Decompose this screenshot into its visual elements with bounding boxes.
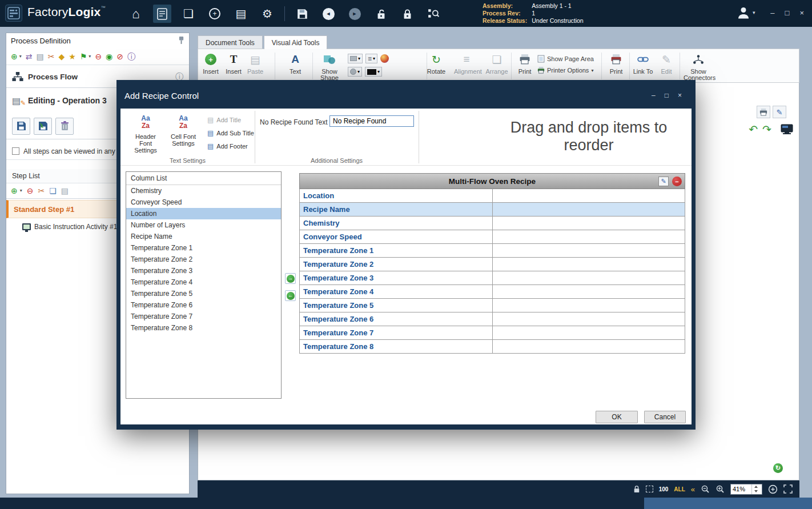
insert-control-button[interactable]: + Insert [198,52,223,75]
view-any-checkbox[interactable] [12,147,19,155]
column-list-item[interactable]: Temperature Zone 4 [126,276,281,288]
key-icon[interactable]: ◆ [58,53,65,61]
pan-arrows-button[interactable]: « [691,486,695,493]
column-list-item[interactable]: Temperature Zone 1 [126,242,281,254]
zoom-in-icon[interactable] [715,484,725,494]
ellipse-shape-picker[interactable]: ▾ [348,67,362,77]
zoom-100-button[interactable]: 100 [659,486,669,492]
color-wheel-icon[interactable] [380,54,389,63]
edit-button[interactable]: ✎ Edit [654,52,679,75]
recipe-row[interactable]: Temperature Zone 7 [300,326,685,340]
pin-icon[interactable] [178,36,184,46]
add-button[interactable]: ⊕ [11,53,18,61]
recipe-row[interactable]: Chemistry [300,217,685,230]
dialog-maximize-button[interactable]: □ [665,91,669,99]
paste-step-button[interactable]: ▤ [61,187,69,195]
recipe-row[interactable]: Temperature Zone 2 [300,258,685,271]
lock-button[interactable] [398,5,416,23]
window-close-button[interactable]: × [799,9,804,17]
save-step-button[interactable] [12,118,30,135]
move-column-left-button[interactable]: ← [285,290,296,301]
flag-caret[interactable]: ▾ [89,54,91,59]
window-minimize-button[interactable]: – [770,9,774,17]
monitor-icon[interactable] [781,124,793,137]
column-list-item-selected[interactable]: Location [126,208,281,219]
arrange-button[interactable]: ❏ Arrange [484,52,509,75]
dialog-minimize-button[interactable]: – [652,91,656,99]
record-icon[interactable]: ◉ [106,53,112,61]
print-document-button[interactable]: Print [604,52,629,75]
header-font-settings-button[interactable]: AaZa Header Font Settings [128,114,163,154]
add-step-caret[interactable]: ▾ [20,189,22,193]
add-footer-button[interactable]: ▤Add Footer [207,141,259,151]
remove-table-button[interactable]: − [672,177,682,186]
home-button[interactable]: ⌂ [127,5,145,23]
cut-step-button[interactable]: ✂ [38,187,45,195]
link-to-button[interactable]: Link To [630,52,656,75]
canvas-print-button[interactable] [757,106,770,118]
zoom-up-button[interactable] [752,484,759,490]
column-list-item[interactable]: Temperature Zone 3 [126,265,281,276]
window-maximize-button[interactable]: □ [785,9,790,17]
sync-view-button[interactable]: ↻ [773,463,783,473]
add-sub-title-button[interactable]: ▤Add Sub Title [207,127,259,138]
dialog-titlebar[interactable]: Add Recipe Control – □ × [116,80,696,109]
info-icon[interactable]: ⓘ [127,53,135,61]
navigate-button[interactable]: + [206,5,224,23]
recipe-row[interactable]: Temperature Zone 6 [300,312,685,326]
recipe-row[interactable]: Location [300,189,685,203]
column-list-item[interactable]: Number of Layers [126,219,281,231]
recipe-row[interactable]: Temperature Zone 5 [300,299,685,312]
transfer-icon[interactable]: ⇄ [26,53,33,61]
canvas-edit-button[interactable]: ✎ [773,106,786,118]
alignment-button[interactable]: ≡ Alignment [454,52,479,75]
block-icon[interactable]: ⊘ [116,53,123,61]
column-list-item[interactable]: Chemistry [126,185,281,197]
recipe-row[interactable]: Temperature Zone 1 [300,244,685,258]
zoom-all-button[interactable]: ALL [674,486,685,492]
lock-small-icon[interactable] [633,485,640,493]
add-caret[interactable]: ▾ [19,54,22,59]
remove-button[interactable]: ⊖ [95,53,102,61]
tab-visual-aid-tools[interactable]: Visual Aid Tools [264,35,328,49]
recipe-row[interactable]: Temperature Zone 8 [300,340,685,354]
cell-font-settings-button[interactable]: AaZa Cell Font Settings [166,114,200,147]
column-list-item[interactable]: Temperature Zone 5 [126,288,281,299]
undo-button[interactable]: ↶ [749,123,758,136]
edit-table-button[interactable]: ✎ [658,177,669,186]
ok-button[interactable]: OK [596,411,638,423]
column-list-item[interactable]: Recipe Name [126,231,281,242]
move-column-right-button[interactable]: → [285,273,296,284]
reports-button[interactable]: ▤ [232,5,250,23]
star-icon[interactable]: ★ [69,53,76,61]
print-button[interactable]: Print [512,52,537,75]
marquee-select-icon[interactable] [646,486,653,492]
zoom-down-button[interactable] [752,489,759,494]
documents-button[interactable]: ❏ [179,5,198,23]
zoom-out-icon[interactable] [701,484,710,494]
column-list-item[interactable]: Temperature Zone 2 [126,254,281,265]
remove-step-button[interactable]: ⊖ [27,187,34,195]
show-page-area-button[interactable]: Show Page Area [537,55,594,63]
line-style-picker[interactable]: ≡▾ [365,54,377,63]
column-list-item[interactable]: Conveyor Speed [126,197,281,208]
paste-button[interactable]: ▤ Paste [243,52,268,75]
fill-color-picker[interactable]: ▾ [365,67,382,77]
dialog-close-button[interactable]: × [678,91,682,99]
process-definition-nav-button[interactable] [153,5,171,23]
add-step-button[interactable]: ⊕ [11,187,18,195]
show-connectors-button[interactable]: Show Connectors [684,52,713,81]
fit-page-icon[interactable] [783,484,793,494]
column-list-item[interactable]: Temperature Zone 7 [126,311,281,322]
flag-icon[interactable]: ⚑ [80,53,87,61]
unlock-button[interactable] [372,5,390,23]
settings-button[interactable]: ⚙ [258,5,276,23]
recipe-row[interactable]: Temperature Zone 3 [300,271,685,285]
library-icon[interactable]: ▤ [36,53,43,61]
recipe-row[interactable]: Conveyor Speed [300,230,685,244]
text-tool-button[interactable]: A Text [283,52,308,75]
zoom-tool-icon[interactable] [768,484,778,494]
cut-icon[interactable]: ✂ [48,53,55,61]
show-shape-button[interactable]: Show Shape [315,52,344,81]
zoom-level-input[interactable] [731,484,751,494]
